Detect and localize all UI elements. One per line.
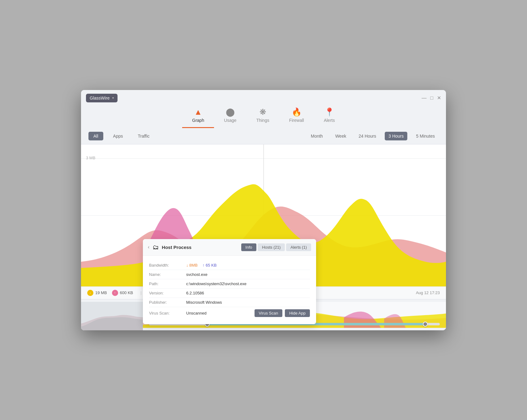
popup-row-path: Path: c:\windows\system32\svchost.exe <box>149 279 310 289</box>
close-button[interactable]: ✕ <box>437 95 441 101</box>
time-5min-button[interactable]: 5 Minutes <box>412 132 439 140</box>
tab-alerts[interactable]: 📍 Alerts <box>314 105 345 128</box>
upload-icon: ↑ <box>112 290 118 296</box>
firewall-icon: 🔥 <box>292 108 302 116</box>
filter-apps-button[interactable]: Apps <box>108 132 128 140</box>
time-filter-buttons: Month Week 24 Hours 3 Hours 5 Minutes <box>307 132 439 140</box>
virusscan-label: Virus Scan: <box>149 311 186 315</box>
usage-icon: ⬤ <box>226 108 235 116</box>
popup-tab-alerts[interactable]: Alerts (1) <box>286 243 311 251</box>
tab-firewall-label: Firewall <box>289 118 304 123</box>
bandwidth-label: Bandwidth: <box>149 263 186 268</box>
nav-tabs: ▲ Graph ⬤ Usage ❋ Things 🔥 Firewall 📍 Al… <box>81 102 446 128</box>
app-window: GlassWire ▾ — □ ✕ ▲ Graph ⬤ Usage ❋ Thin… <box>81 90 446 330</box>
tab-graph[interactable]: ▲ Graph <box>182 105 214 128</box>
popup-tab-info[interactable]: Info <box>241 243 257 251</box>
time-3h-button[interactable]: 3 Hours <box>385 132 407 140</box>
window-controls: — □ ✕ <box>422 95 441 101</box>
mini-left-svg <box>81 302 143 330</box>
virusscan-value: Unscanned <box>186 311 255 315</box>
hide-app-button[interactable]: Hide App <box>285 309 310 317</box>
popup-row-version: Version: 6.2.10586 <box>149 289 310 298</box>
filter-buttons: All Apps Traffic <box>88 132 155 140</box>
slider-handle-right[interactable] <box>423 322 428 327</box>
popup-tabs: Info Hosts (21) Alerts (1) <box>241 243 311 251</box>
popup-actions: Virus Scan Hide App <box>255 309 310 317</box>
time-week-button[interactable]: Week <box>332 132 350 140</box>
upload-badge: ↑ 600 KB <box>112 290 133 296</box>
minimize-button[interactable]: — <box>422 95 426 101</box>
version-value: 6.2.10586 <box>186 291 310 295</box>
process-popup: ‹ 🗂 Host Process Info Hosts (21) Alerts … <box>143 239 316 324</box>
bandwidth-up: ↑ 65 KB <box>203 263 217 268</box>
path-label: Path: <box>149 281 186 286</box>
name-label: Name: <box>149 272 186 277</box>
maximize-button[interactable]: □ <box>430 95 433 101</box>
download-size: 19 MB <box>95 290 107 295</box>
tab-things-label: Things <box>256 118 269 123</box>
upload-size: 600 KB <box>120 290 133 295</box>
version-label: Version: <box>149 291 186 295</box>
popup-row-bandwidth: Bandwidth: ↓ 8MB ↑ 65 KB <box>149 261 310 270</box>
title-bar: GlassWire ▾ — □ ✕ <box>81 90 446 102</box>
virus-scan-button[interactable]: Virus Scan <box>255 309 283 317</box>
tab-firewall[interactable]: 🔥 Firewall <box>279 105 314 128</box>
popup-process-title: Host Process <box>162 245 238 250</box>
graph-icon: ▲ <box>194 108 202 116</box>
bandwidth-down: ↓ 8MB <box>186 263 198 268</box>
popup-header: ‹ 🗂 Host Process Info Hosts (21) Alerts … <box>143 239 316 256</box>
alerts-icon: 📍 <box>324 108 334 116</box>
download-icon: ↓ <box>87 290 93 296</box>
time-24h-button[interactable]: 24 Hours <box>355 132 380 140</box>
publisher-label: Publisher: <box>149 300 186 305</box>
things-icon: ❋ <box>259 108 266 116</box>
download-badge: ↓ 19 MB <box>87 290 107 296</box>
publisher-value: Miscrosoft Windows <box>186 300 310 305</box>
time-month-button[interactable]: Month <box>307 132 327 140</box>
app-menu[interactable]: GlassWire ▾ <box>86 94 118 102</box>
app-title: GlassWire <box>90 96 110 101</box>
tab-alerts-label: Alerts <box>324 118 335 123</box>
toolbar: All Apps Traffic Month Week 24 Hours 3 H… <box>81 128 446 144</box>
filter-traffic-button[interactable]: Traffic <box>133 132 154 140</box>
popup-back-button[interactable]: ‹ <box>148 244 149 250</box>
bandwidth-values: ↓ 8MB ↑ 65 KB <box>186 263 216 268</box>
tab-usage[interactable]: ⬤ Usage <box>214 105 246 128</box>
popup-row-virusscan: Virus Scan: Unscanned Virus Scan Hide Ap… <box>149 307 310 319</box>
path-value: c:\windows\system32\svchost.exe <box>186 281 310 286</box>
filter-all-button[interactable]: All <box>88 132 103 140</box>
mini-chart-area: ‹ 🗂 Host Process Info Hosts (21) Alerts … <box>81 299 446 330</box>
popup-row-name: Name: svchost.exe <box>149 270 310 279</box>
name-value: svchost.exe <box>186 272 310 277</box>
mini-left-panel <box>81 302 143 328</box>
chevron-down-icon: ▾ <box>112 96 114 100</box>
tab-things[interactable]: ❋ Things <box>246 105 279 128</box>
popup-process-icon: 🗂 <box>152 244 159 251</box>
divider-1: | <box>140 290 141 295</box>
tab-usage-label: Usage <box>224 118 236 123</box>
status-timestamp: Aug 12 17:23 <box>416 290 440 295</box>
popup-tab-hosts[interactable]: Hosts (21) <box>258 243 285 251</box>
popup-row-publisher: Publisher: Miscrosoft Windows <box>149 298 310 307</box>
popup-body: Bandwidth: ↓ 8MB ↑ 65 KB Name: svchost.e… <box>143 256 316 324</box>
tab-graph-label: Graph <box>192 118 204 123</box>
